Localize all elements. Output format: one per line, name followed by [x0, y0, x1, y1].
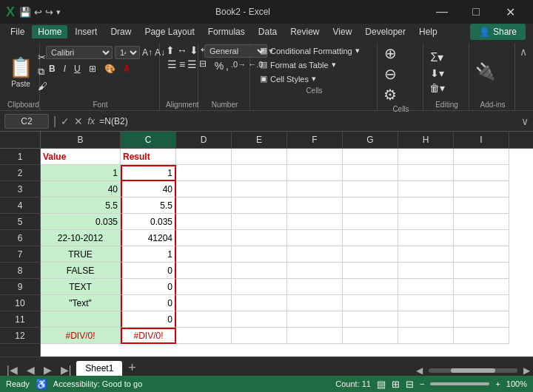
cell-d10[interactable] — [176, 295, 232, 311]
cell-g11[interactable] — [343, 311, 398, 328]
cell-c3[interactable]: 40 — [121, 181, 176, 197]
col-header-h[interactable]: H — [398, 132, 454, 148]
view-page-layout-icon[interactable]: ⊞ — [392, 379, 400, 390]
zoom-slider[interactable] — [430, 382, 489, 385]
font-color-button[interactable]: A — [121, 63, 133, 75]
cell-h11[interactable] — [398, 311, 454, 328]
cell-c10[interactable]: 0 — [121, 295, 176, 311]
cell-b1[interactable]: Value — [41, 149, 121, 165]
cell-f12[interactable] — [287, 328, 343, 344]
cell-h7[interactable] — [398, 246, 454, 263]
cell-g12[interactable] — [343, 328, 398, 344]
menu-home[interactable]: Home — [32, 25, 67, 38]
cell-b9[interactable]: TEXT — [41, 279, 121, 295]
align-center-icon[interactable]: ≡ — [179, 58, 185, 70]
view-normal-icon[interactable]: ▤ — [377, 379, 386, 390]
cell-f4[interactable] — [287, 197, 343, 214]
menu-data[interactable]: Data — [252, 25, 283, 38]
cell-g4[interactable] — [343, 197, 398, 214]
cell-f7[interactable] — [287, 246, 343, 263]
insert-cells-button[interactable]: ⊕ — [384, 44, 397, 62]
cell-i2[interactable] — [454, 165, 509, 181]
menu-help[interactable]: Help — [413, 25, 443, 38]
align-right-icon[interactable]: ☰ — [187, 58, 197, 70]
row-header-6[interactable]: 6 — [0, 230, 40, 246]
undo-icon[interactable]: ↩ — [34, 7, 42, 18]
cell-f1[interactable] — [287, 149, 343, 165]
bold-button[interactable]: B — [46, 63, 58, 75]
cell-h9[interactable] — [398, 279, 454, 295]
cell-i6[interactable] — [454, 230, 509, 246]
cell-b8[interactable]: FALSE — [41, 263, 121, 279]
tab-nav-first[interactable]: |◀ — [3, 364, 21, 376]
cell-d1[interactable] — [176, 149, 232, 165]
col-header-i[interactable]: I — [454, 132, 509, 148]
cell-b6[interactable]: 22-10-2012 — [41, 230, 121, 246]
cell-e9[interactable] — [232, 279, 287, 295]
row-header-4[interactable]: 4 — [0, 197, 40, 214]
cell-d9[interactable] — [176, 279, 232, 295]
add-sheet-button[interactable]: + — [124, 360, 141, 376]
cell-h6[interactable] — [398, 230, 454, 246]
view-page-break-icon[interactable]: ⊟ — [406, 379, 414, 390]
cell-i3[interactable] — [454, 181, 509, 197]
increase-decimal-icon[interactable]: .0→ — [231, 60, 246, 72]
cell-e2[interactable] — [232, 165, 287, 181]
zoom-in-button[interactable]: + — [495, 379, 500, 388]
row-header-5[interactable]: 5 — [0, 214, 40, 230]
cell-c2[interactable]: 1 — [121, 165, 176, 181]
italic-button[interactable]: I — [61, 63, 69, 75]
cell-g9[interactable] — [343, 279, 398, 295]
cell-reference-input[interactable] — [4, 114, 49, 129]
row-header-1[interactable]: 1 — [0, 149, 40, 165]
font-name-select[interactable]: Calibri — [46, 46, 113, 59]
cell-e8[interactable] — [232, 263, 287, 279]
col-header-d[interactable]: D — [176, 132, 232, 148]
cell-c12[interactable]: #DIV/0! — [121, 328, 176, 344]
cell-d11[interactable] — [176, 311, 232, 328]
cell-d8[interactable] — [176, 263, 232, 279]
cell-i12[interactable] — [454, 328, 509, 344]
cell-i8[interactable] — [454, 263, 509, 279]
cell-e11[interactable] — [232, 311, 287, 328]
tab-nav-next[interactable]: ▶ — [40, 364, 56, 376]
underline-button[interactable]: U — [71, 63, 84, 75]
ribbon-collapse-button[interactable]: ∧ — [520, 46, 527, 58]
cell-b10[interactable]: "Text" — [41, 295, 121, 311]
cell-g3[interactable] — [343, 181, 398, 197]
col-header-c[interactable]: C — [121, 132, 176, 148]
increase-font-icon[interactable]: A↑ — [142, 47, 152, 58]
tab-nav-prev[interactable]: ◀ — [23, 364, 38, 376]
cell-g6[interactable] — [343, 230, 398, 246]
menu-insert[interactable]: Insert — [69, 25, 103, 38]
cell-c11[interactable]: 0 — [121, 311, 176, 328]
cell-c5[interactable]: 0.035 — [121, 214, 176, 230]
row-header-12[interactable]: 12 — [0, 328, 40, 344]
tab-nav-last[interactable]: ▶| — [57, 364, 76, 376]
close-button[interactable]: ✕ — [493, 0, 527, 24]
cell-g2[interactable] — [343, 165, 398, 181]
addins-icon[interactable]: 🔌 — [475, 62, 495, 81]
cell-e10[interactable] — [232, 295, 287, 311]
cell-h2[interactable] — [398, 165, 454, 181]
cell-styles-button[interactable]: ▣ Cell Styles ▾ — [256, 72, 320, 85]
formula-input[interactable] — [99, 116, 517, 126]
cell-e4[interactable] — [232, 197, 287, 214]
cell-c8[interactable]: 0 — [121, 263, 176, 279]
conditional-formatting-button[interactable]: ▦ Conditional Formatting ▾ — [256, 44, 363, 57]
cell-d6[interactable] — [176, 230, 232, 246]
cell-e7[interactable] — [232, 246, 287, 263]
cell-f11[interactable] — [287, 311, 343, 328]
format-cells-button[interactable]: ⚙ — [383, 86, 397, 104]
cell-c1[interactable]: Result — [121, 149, 176, 165]
cell-b2[interactable]: 1 — [41, 165, 121, 181]
maximize-button[interactable]: □ — [459, 0, 493, 24]
cell-f5[interactable] — [287, 214, 343, 230]
scroll-right-icon[interactable]: ▶ — [523, 365, 530, 376]
col-header-f[interactable]: F — [287, 132, 343, 148]
scroll-left-icon[interactable]: ◀ — [416, 365, 423, 376]
align-middle-icon[interactable]: ↔ — [177, 44, 187, 56]
cell-h5[interactable] — [398, 214, 454, 230]
formula-check-button[interactable]: ✓ — [61, 115, 70, 127]
cell-f8[interactable] — [287, 263, 343, 279]
